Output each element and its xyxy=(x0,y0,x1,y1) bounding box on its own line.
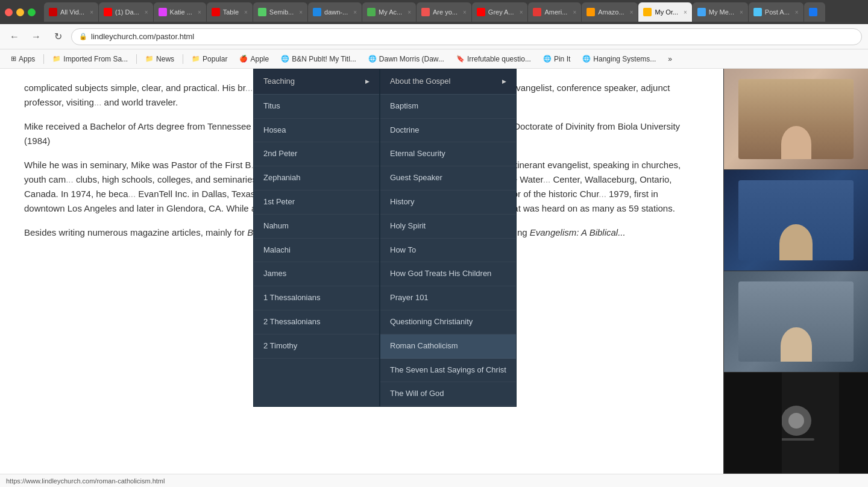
tab-close-icon[interactable]: × xyxy=(463,9,467,16)
bookmark-bm-news[interactable]: 📁News xyxy=(140,53,179,65)
tab-close-icon[interactable]: × xyxy=(90,9,93,16)
tab-close-icon[interactable]: × xyxy=(299,9,303,16)
tab-close-icon[interactable]: × xyxy=(684,9,687,16)
tab-label: Are yo... xyxy=(433,8,458,16)
video-tile-1 xyxy=(724,69,868,170)
address-bar-row: ← → ↻ 🔒 lindleychurch.com/pastor.html xyxy=(0,24,868,49)
bookmark-label: News xyxy=(156,55,174,63)
bookmark-bm-bnpubl[interactable]: 🌐B&N Publt! My Titl... xyxy=(276,53,361,65)
tab-favicon xyxy=(104,8,112,16)
tab-favicon xyxy=(421,8,430,16)
dropdown-item[interactable]: Eternal Security xyxy=(380,142,516,166)
bookmark-bm-irref[interactable]: 🔖Irrefutable questio... xyxy=(451,53,536,65)
bookmark-icon: 🌐 xyxy=(281,55,289,63)
tab-close-icon[interactable]: × xyxy=(244,9,248,16)
tab-label: My Me... xyxy=(709,8,734,16)
tab-close-icon[interactable]: × xyxy=(573,9,576,16)
tab-close-icon[interactable]: × xyxy=(145,9,148,16)
dropdown-item[interactable]: Holy Spirit xyxy=(380,215,516,239)
minimize-button[interactable] xyxy=(16,8,24,16)
tab-favicon xyxy=(212,8,220,16)
bookmark-bm-apps[interactable]: ⊞Apps xyxy=(6,53,40,65)
tab-label: My Or... xyxy=(655,8,678,16)
tab-label: Post A... xyxy=(765,8,790,16)
tab-tab-allvid[interactable]: All Vid...× xyxy=(44,2,98,22)
tab-close-icon[interactable]: × xyxy=(353,9,357,16)
bookmark-bm-hanging[interactable]: 🌐Hanging Systems... xyxy=(577,53,661,65)
tab-close-icon[interactable]: × xyxy=(407,9,411,16)
tab-tab-semib[interactable]: Semib...× xyxy=(253,2,307,22)
bookmark-bm-more[interactable]: » xyxy=(663,53,677,65)
bookmark-bm-apple[interactable]: 🍎Apple xyxy=(234,53,274,65)
tab-bar: All Vid...×(1) Da...×Katie ...×Table×Sem… xyxy=(44,0,863,24)
back-button[interactable]: ← xyxy=(6,28,23,45)
bookmark-icon: ⊞ xyxy=(11,55,16,63)
tab-label: All Vid... xyxy=(60,8,84,16)
tab-label: Ameri... xyxy=(544,8,567,16)
dropdown-item[interactable]: Guest Speaker xyxy=(380,166,516,190)
reload-button[interactable]: ↻ xyxy=(49,28,66,45)
bookmark-bm-popular[interactable]: 📁Popular xyxy=(187,53,232,65)
bookmark-separator xyxy=(136,54,137,64)
dropdown-item[interactable]: Zephaniah xyxy=(254,166,379,190)
dropdown-item[interactable]: James xyxy=(254,262,379,286)
tab-tab-myac[interactable]: My Ac...× xyxy=(362,2,416,22)
bookmark-bm-dawn[interactable]: 🌐Dawn Morris (Daw... xyxy=(363,53,449,65)
dropdown-col1-items: TitusHosea2nd PeterZephaniah1st PeterNah… xyxy=(254,95,379,359)
video-tile-2 xyxy=(724,170,868,271)
maximize-button[interactable] xyxy=(28,8,36,16)
dropdown-item[interactable]: Questioning Christianity xyxy=(380,310,516,335)
dropdown-item[interactable]: Doctrine xyxy=(380,119,516,143)
tab-tab-dawn[interactable]: dawn-...× xyxy=(308,2,362,22)
dropdown-item[interactable]: Nahum xyxy=(254,215,379,239)
dropdown-item[interactable]: Hosea xyxy=(254,119,379,143)
tab-tab-1da[interactable]: (1) Da...× xyxy=(99,2,153,22)
tab-favicon xyxy=(313,8,321,16)
dropdown-item[interactable]: Malachi xyxy=(254,239,379,263)
dropdown-item[interactable]: The Seven Last Sayings of Christ xyxy=(380,359,516,383)
bookmark-icon: 🔖 xyxy=(456,55,465,63)
tab-favicon xyxy=(697,8,706,16)
tab-tab-fb[interactable] xyxy=(804,2,825,22)
dropdown-item[interactable]: 1st Peter xyxy=(254,190,379,215)
dropdown-item[interactable]: 1 Thessalonians xyxy=(254,286,379,310)
tab-label: Grey A... xyxy=(488,8,514,16)
tab-close-icon[interactable]: × xyxy=(740,9,743,16)
video-tile-4 xyxy=(724,372,868,474)
dropdown-item[interactable]: Prayer 101 xyxy=(380,286,516,310)
address-bar[interactable]: 🔒 lindleychurch.com/pastor.html xyxy=(71,28,862,45)
tab-tab-areyo[interactable]: Are yo...× xyxy=(417,2,471,22)
tab-tab-table[interactable]: Table× xyxy=(207,2,253,22)
tab-tab-katie[interactable]: Katie ...× xyxy=(154,2,206,22)
bookmark-bm-imported[interactable]: 📁Imported From Sa... xyxy=(48,53,133,65)
dropdown-item[interactable]: The Will of God xyxy=(380,382,516,406)
bookmark-icon: 🌐 xyxy=(582,55,591,63)
dropdown-item[interactable]: 2nd Peter xyxy=(254,142,379,166)
bookmark-bm-pinit[interactable]: 🌐Pin It xyxy=(538,53,575,65)
close-button[interactable] xyxy=(5,8,13,16)
tab-tab-grey[interactable]: Grey A...× xyxy=(472,2,528,22)
dropdown-item[interactable]: History xyxy=(380,190,516,215)
tab-tab-posta[interactable]: Post A...× xyxy=(749,2,804,22)
dropdown-header-2-label: About the Gospel xyxy=(390,75,450,88)
forward-button[interactable]: → xyxy=(28,28,45,45)
dropdown-item[interactable]: Titus xyxy=(254,95,379,119)
bookmark-icon: 📁 xyxy=(145,55,154,63)
tab-close-icon[interactable]: × xyxy=(795,9,799,16)
tab-tab-amazo[interactable]: Amazo...× xyxy=(582,2,638,22)
dropdown-item[interactable]: Roman Catholicism xyxy=(380,335,516,359)
tab-favicon xyxy=(587,8,595,16)
tab-close-icon[interactable]: × xyxy=(520,9,523,16)
tab-close-icon[interactable]: × xyxy=(198,9,201,16)
dropdown-col-1: Teaching ▶ TitusHosea2nd PeterZephaniah1… xyxy=(253,69,380,407)
dropdown-item[interactable]: 2 Thessalonians xyxy=(254,310,379,335)
tab-tab-myme[interactable]: My Me...× xyxy=(693,2,748,22)
tab-tab-ameri[interactable]: Ameri...× xyxy=(528,2,581,22)
dropdown-item[interactable]: Baptism xyxy=(380,95,516,119)
tab-tab-myor[interactable]: My Or...× xyxy=(638,2,691,22)
dropdown-item[interactable]: 2 Timothy xyxy=(254,335,379,359)
dropdown-item[interactable]: How To xyxy=(380,239,516,263)
lock-icon: 🔒 xyxy=(79,33,87,40)
tab-close-icon[interactable]: × xyxy=(630,9,634,16)
dropdown-item[interactable]: How God Treats His Children xyxy=(380,262,516,286)
